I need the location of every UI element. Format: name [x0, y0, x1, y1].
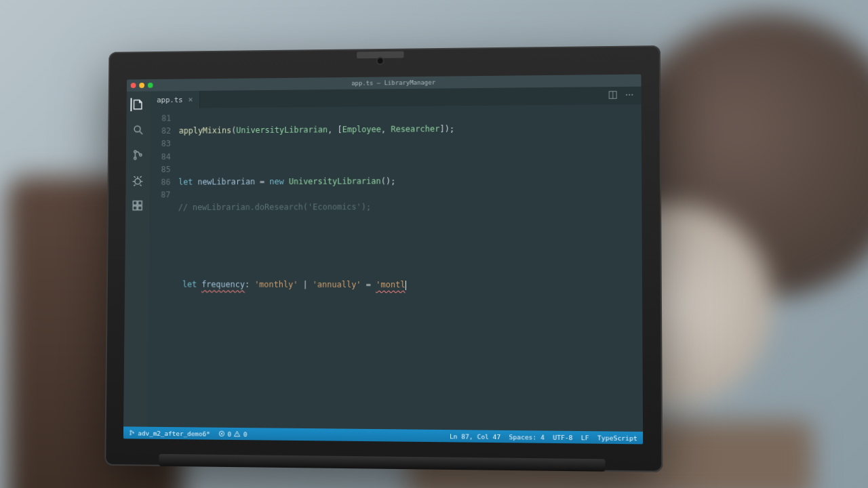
svg-point-12 [631, 94, 633, 95]
git-icon[interactable] [132, 148, 145, 162]
window-minimize-button[interactable] [139, 83, 144, 88]
more-icon[interactable] [625, 89, 634, 102]
eol-status[interactable]: LF [581, 434, 589, 441]
tab-close-icon[interactable]: × [188, 95, 193, 104]
activity-bar [123, 92, 151, 427]
svg-point-1 [134, 150, 136, 152]
editor-group: app.ts × 81 82 [147, 87, 643, 432]
search-icon[interactable] [132, 123, 145, 137]
tab-app-ts[interactable]: app.ts × [150, 91, 200, 108]
git-branch-status[interactable]: adv_m2_after_demo6* [129, 429, 210, 437]
laptop-webcam [378, 58, 383, 64]
code-content[interactable]: applyMixins(UniversityLibrarian, [Employ… [174, 104, 643, 432]
svg-point-14 [130, 434, 132, 435]
encoding-status[interactable]: UTF-8 [553, 433, 572, 441]
laptop-latch [357, 52, 403, 59]
window-zoom-button[interactable] [148, 83, 153, 88]
tab-filename: app.ts [157, 96, 183, 104]
indent-status[interactable]: Spaces: 4 [509, 433, 545, 441]
svg-point-13 [130, 430, 132, 432]
svg-point-11 [629, 94, 630, 95]
line-number-gutter: 81 82 83 84 85 86 87 [147, 108, 176, 427]
window-close-button[interactable] [131, 83, 136, 88]
svg-point-10 [626, 94, 627, 95]
language-mode-status[interactable]: TypeScript [597, 434, 637, 442]
code-editor[interactable]: 81 82 83 84 85 86 87 applyMixins(Univers… [147, 104, 643, 432]
svg-rect-6 [138, 201, 142, 205]
cursor-position-status[interactable]: Ln 87, Col 47 [450, 432, 500, 441]
svg-point-0 [134, 126, 140, 132]
debug-icon[interactable] [131, 174, 144, 187]
text-cursor [406, 281, 407, 290]
svg-rect-5 [133, 201, 137, 205]
svg-point-4 [135, 178, 140, 184]
svg-rect-7 [133, 206, 137, 210]
svg-point-2 [134, 157, 136, 159]
files-icon[interactable] [130, 98, 144, 111]
editor-window: app.ts — LibraryManager [123, 75, 643, 445]
problems-status[interactable]: 0 0 [218, 430, 248, 437]
svg-rect-8 [138, 206, 142, 210]
split-editor-icon[interactable] [608, 89, 618, 102]
laptop: app.ts — LibraryManager [104, 45, 663, 472]
extensions-icon[interactable] [131, 199, 144, 212]
